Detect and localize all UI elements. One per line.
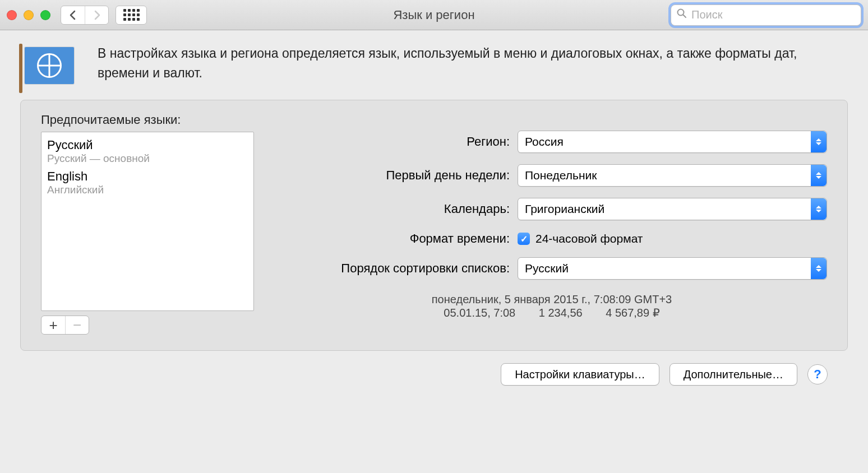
search-icon — [677, 8, 687, 21]
calendar-label: Календарь: — [276, 202, 518, 216]
show-all-button[interactable] — [116, 6, 147, 25]
sample-long-date: понедельник, 5 января 2015 г., 7:08:09 G… — [276, 293, 827, 306]
list-item[interactable]: Русский Русский — основной — [47, 136, 248, 167]
time-format-checkbox-label: 24-часовой формат — [535, 232, 643, 245]
sort-order-select[interactable]: Русский — [518, 257, 827, 280]
sort-order-label: Порядок сортировки списков: — [276, 261, 518, 276]
format-sample: понедельник, 5 января 2015 г., 7:08:09 G… — [276, 293, 827, 319]
sort-order-value: Русский — [525, 262, 569, 275]
calendar-select[interactable]: Григорианский — [518, 198, 827, 220]
svg-line-1 — [684, 15, 686, 18]
search-input[interactable] — [691, 8, 855, 21]
first-day-value: Понедельник — [525, 169, 597, 182]
language-name: English — [47, 169, 248, 184]
intro-text: В настройках языка и региона определяетс… — [98, 44, 815, 82]
region-select[interactable]: Россия — [518, 131, 827, 153]
sample-currency: 4 567,89 ₽ — [606, 307, 659, 319]
advanced-button[interactable]: Дополнительные… — [670, 363, 797, 386]
region-value: Россия — [525, 135, 564, 149]
preferred-languages-label: Предпочитаемые языки: — [41, 113, 254, 127]
intro-section: В настройках языка и региона определяетс… — [20, 44, 848, 84]
nav-buttons — [61, 6, 109, 25]
select-arrows-icon — [811, 258, 827, 279]
language-name: Русский — [47, 138, 248, 152]
language-list[interactable]: Русский Русский — основной English Англи… — [41, 132, 254, 311]
first-day-select[interactable]: Понедельник — [518, 164, 827, 187]
forward-button[interactable] — [85, 6, 108, 24]
grid-icon — [123, 9, 140, 21]
close-window-button[interactable] — [7, 10, 17, 20]
sample-short-date: 05.01.15, 7:08 — [444, 307, 515, 319]
select-arrows-icon — [811, 131, 827, 152]
calendar-value: Григорианский — [525, 202, 604, 216]
list-item[interactable]: English Английский — [47, 167, 248, 198]
un-flag-icon — [25, 47, 74, 84]
footer-buttons: Настройки клавиатуры… Дополнительные… ? — [20, 351, 848, 386]
select-arrows-icon — [811, 165, 827, 186]
sample-number: 1 234,56 — [539, 307, 583, 319]
remove-language-button[interactable]: − — [65, 316, 89, 334]
select-arrows-icon — [811, 198, 827, 220]
add-language-button[interactable]: + — [41, 316, 65, 334]
help-button[interactable]: ? — [807, 364, 828, 384]
add-remove-controls: + − — [41, 316, 89, 335]
search-field[interactable] — [671, 4, 861, 26]
zoom-window-button[interactable] — [40, 10, 50, 20]
minimize-window-button[interactable] — [24, 10, 34, 20]
keyboard-settings-button[interactable]: Настройки клавиатуры… — [501, 363, 659, 386]
back-button[interactable] — [61, 6, 85, 24]
language-subtitle: Английский — [47, 184, 248, 196]
settings-panel: Предпочитаемые языки: Русский Русский — … — [20, 100, 848, 351]
region-label: Регион: — [276, 135, 518, 149]
language-subtitle: Русский — основной — [47, 152, 248, 165]
time-format-checkbox[interactable]: ✓ — [518, 233, 530, 245]
titlebar: Язык и регион — [0, 0, 868, 30]
window-controls — [7, 10, 50, 20]
first-day-label: Первый день недели: — [276, 168, 518, 183]
time-format-label: Формат времени: — [276, 231, 518, 246]
